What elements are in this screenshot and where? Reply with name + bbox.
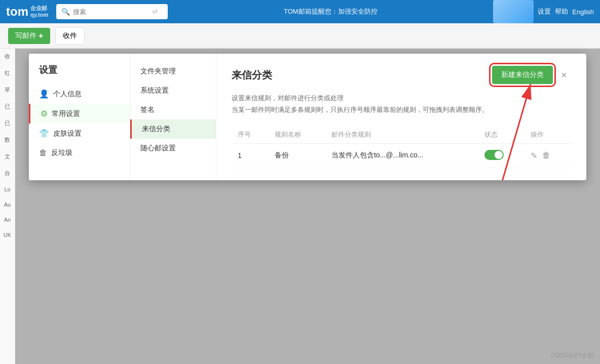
sidebar-item-an[interactable]: An — [2, 217, 13, 223]
subnav-system-label: 系统设置 — [140, 86, 169, 94]
settings-nav-general-label: 常用设置 — [52, 109, 80, 118]
compose-button[interactable]: 写邮件 + — [8, 28, 50, 44]
sidebar-item-au[interactable]: Au — [2, 201, 13, 208]
user-icon: 👤 — [39, 89, 49, 99]
row-seq: 1 — [232, 143, 269, 168]
content-area: 来信分类 新建来信分类 × 设置来信规则，对邮件进行分类或处理 当某一邮件同时满… — [216, 54, 586, 180]
row-name: 备份 — [269, 143, 325, 168]
search-input[interactable] — [73, 8, 149, 16]
row-rule: 当发件人包含to...@...lim.co... — [325, 143, 478, 168]
search-box[interactable]: 🔍 ⏎ — [56, 4, 168, 19]
app-sidebar: 收 红 草 已 已 数 文 自 Lo Au An UK — [0, 49, 15, 364]
settings-title: 设置 — [29, 64, 130, 84]
table-row: 1 备份 当发件人包含to...@...lim.co... ✎ 🗑 — [232, 143, 571, 168]
col-status: 状态 — [478, 126, 524, 144]
sidebar-item-data[interactable]: 数 — [2, 136, 13, 144]
subnav-signature[interactable]: 签名 — [130, 100, 216, 119]
subnav-system[interactable]: 系统设置 — [130, 81, 216, 100]
settings-nav-personal[interactable]: 👤 个人信息 — [29, 84, 130, 104]
sidebar-item-inbox[interactable]: 收 — [2, 53, 13, 60]
settings-nav-skin[interactable]: 👕 皮肤设置 — [29, 124, 130, 143]
row-actions: ✎ 🗑 — [524, 143, 572, 168]
toolbar: 写邮件 + 收件 — [0, 23, 600, 49]
delete-icon[interactable]: 🗑 — [542, 151, 550, 160]
compose-label: 写邮件 — [15, 31, 36, 41]
subnav-folder[interactable]: 文件夹管理 — [130, 62, 216, 81]
content-title: 来信分类 — [232, 68, 272, 82]
search-enter-icon: ⏎ — [152, 8, 158, 16]
settings-link[interactable]: 设置 — [538, 7, 551, 16]
settings-nav-antispam[interactable]: 🗑 反垃圾 — [29, 143, 130, 163]
search-icon: 🔍 — [61, 8, 70, 16]
sidebar-item-files[interactable]: 文 — [2, 153, 13, 160]
edit-icon[interactable]: ✎ — [531, 151, 537, 160]
sub-nav: 文件夹管理 系统设置 签名 来信分类 随心邮设置 — [130, 54, 216, 180]
subnav-heartmail-label: 随心邮设置 — [140, 144, 176, 152]
sidebar-item-red[interactable]: 红 — [2, 69, 13, 77]
content-header: 来信分类 新建来信分类 × — [232, 66, 571, 84]
logo-tom: tom — [6, 5, 28, 19]
settings-nav-antispam-label: 反垃圾 — [51, 148, 72, 157]
col-name: 规则名称 — [269, 126, 325, 144]
sidebar-item-deleted[interactable]: 已 — [2, 119, 13, 127]
top-nav: tom 企业邮 qy.tom 🔍 ⏎ TOM邮箱提醒您：加强安全防控 设置 帮助… — [0, 0, 600, 23]
settings-nav-general[interactable]: ⚙ 常用设置 — [29, 104, 130, 124]
sidebar-item-self[interactable]: 自 — [2, 170, 13, 177]
trash-icon: 🗑 — [39, 148, 47, 157]
watermark: CSDN@ZY企邮 — [550, 351, 594, 360]
subnav-filter[interactable]: 来信分类 — [130, 119, 216, 139]
sidebar-item-lo[interactable]: Lo — [2, 186, 13, 192]
quote-area: ，事业常成于坚韧，而毁于争躁。 设置 👤 个人信息 ⚙ 常用设置 — [15, 49, 600, 364]
subnav-heartmail[interactable]: 随心邮设置 — [130, 139, 216, 158]
tshirt-icon: 👕 — [39, 129, 49, 138]
sidebar-item-sent[interactable]: 已 — [2, 103, 13, 110]
col-seq: 序号 — [232, 126, 269, 144]
col-rule: 邮件分类规则 — [325, 126, 478, 144]
lang-switcher[interactable]: English — [572, 8, 594, 16]
settings-nav-skin-label: 皮肤设置 — [53, 129, 82, 138]
inbox-label: 收件 — [63, 31, 77, 39]
description-text: 设置来信规则，对邮件进行分类或处理 当某一邮件同时满足多条规则时，只执行序号顺序… — [232, 92, 571, 116]
subnav-folder-label: 文件夹管理 — [140, 67, 176, 75]
subnav-filter-label: 来信分类 — [142, 125, 170, 133]
logo: tom 企业邮 qy.tom — [6, 5, 48, 19]
logo-sub: 企业邮 qy.tom — [30, 5, 48, 18]
row-status[interactable] — [478, 143, 524, 168]
inbox-button[interactable]: 收件 — [55, 27, 85, 45]
settings-modal: 设置 👤 个人信息 ⚙ 常用设置 👕 皮肤设置 — [29, 54, 586, 180]
sidebar-item-draft[interactable]: 草 — [2, 86, 13, 94]
new-rule-button[interactable]: 新建来信分类 — [492, 66, 553, 84]
help-link[interactable]: 帮助 — [555, 7, 568, 16]
status-toggle[interactable] — [484, 150, 504, 160]
close-modal-button[interactable]: × — [557, 69, 571, 81]
sidebar-item-uk[interactable]: UK — [2, 232, 13, 238]
main-layout: 收 红 草 已 已 数 文 自 Lo Au An UK ，事业常成于坚韧，而毁于… — [0, 49, 600, 364]
gear-icon: ⚙ — [41, 109, 48, 118]
modal-overlay: 设置 👤 个人信息 ⚙ 常用设置 👕 皮肤设置 — [15, 49, 600, 364]
subnav-signature-label: 签名 — [140, 105, 155, 113]
settings-sidebar: 设置 👤 个人信息 ⚙ 常用设置 👕 皮肤设置 — [29, 54, 130, 180]
rule-table: 序号 规则名称 邮件分类规则 状态 操作 1 备份 当发件人包含 — [232, 126, 571, 168]
col-action: 操作 — [524, 126, 572, 144]
user-avatar — [493, 0, 534, 23]
plus-icon: + — [39, 31, 43, 41]
nav-alert: TOM邮箱提醒您：加强安全防控 — [172, 7, 489, 16]
settings-nav-personal-label: 个人信息 — [53, 90, 82, 99]
